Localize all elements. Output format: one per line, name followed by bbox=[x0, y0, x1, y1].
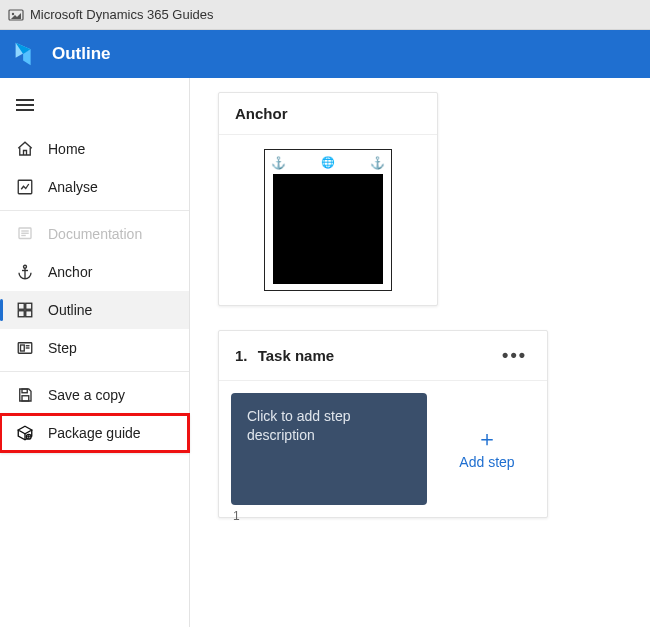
sidebar-item-documentation: Documentation bbox=[0, 215, 189, 253]
svg-rect-54 bbox=[362, 247, 372, 257]
main-content: Anchor ⚓ 🌐 ⚓ bbox=[190, 78, 650, 627]
svg-point-1 bbox=[12, 12, 14, 14]
svg-rect-15 bbox=[21, 345, 25, 351]
window-titlebar: Microsoft Dynamics 365 Guides bbox=[0, 0, 650, 30]
app-icon bbox=[8, 7, 24, 23]
home-icon bbox=[16, 140, 34, 158]
svg-rect-38 bbox=[315, 174, 325, 184]
sidebar-item-anchor[interactable]: Anchor bbox=[0, 253, 189, 291]
task-title[interactable]: 1. Task name bbox=[235, 347, 334, 364]
svg-rect-35 bbox=[304, 216, 309, 221]
svg-rect-43 bbox=[341, 216, 351, 221]
qr-code-icon bbox=[272, 174, 384, 284]
step-card[interactable]: Click to add step description 1 bbox=[231, 393, 427, 505]
svg-rect-34 bbox=[336, 205, 341, 210]
svg-rect-25 bbox=[283, 184, 299, 200]
add-step-button[interactable]: ＋ Add step bbox=[439, 393, 535, 505]
sidebar-item-label: Save a copy bbox=[48, 387, 125, 403]
svg-rect-13 bbox=[26, 311, 32, 317]
svg-rect-47 bbox=[367, 216, 377, 226]
task-card: 1. Task name ••• Click to add step descr… bbox=[218, 330, 548, 518]
svg-rect-58 bbox=[357, 268, 362, 278]
sidebar-item-label: Outline bbox=[48, 302, 92, 318]
svg-rect-52 bbox=[331, 258, 347, 268]
anchor-card[interactable]: Anchor ⚓ 🌐 ⚓ bbox=[218, 92, 438, 306]
svg-rect-49 bbox=[315, 247, 325, 257]
sidebar-item-outline[interactable]: Outline bbox=[0, 291, 189, 329]
svg-rect-51 bbox=[320, 263, 325, 273]
more-options-button[interactable]: ••• bbox=[498, 343, 531, 368]
svg-rect-59 bbox=[373, 237, 378, 242]
svg-rect-40 bbox=[315, 190, 320, 200]
svg-rect-42 bbox=[325, 221, 330, 226]
sidebar-item-label: Analyse bbox=[48, 179, 98, 195]
anchor-icon bbox=[16, 263, 34, 281]
add-step-label: Add step bbox=[459, 454, 514, 470]
svg-rect-28 bbox=[357, 184, 373, 200]
app-title: Microsoft Dynamics 365 Guides bbox=[30, 7, 214, 22]
svg-rect-45 bbox=[315, 232, 320, 242]
save-icon bbox=[16, 386, 34, 404]
anchor-preview: ⚓ 🌐 ⚓ bbox=[264, 149, 392, 291]
sidebar-item-label: Package guide bbox=[48, 425, 141, 441]
anchor-card-title: Anchor bbox=[219, 93, 437, 135]
svg-rect-19 bbox=[22, 396, 29, 401]
sidebar-item-save-a-copy[interactable]: Save a copy bbox=[0, 376, 189, 414]
svg-rect-57 bbox=[367, 263, 377, 279]
globe-mini-icon: 🌐 bbox=[321, 156, 335, 170]
sidebar-item-home[interactable]: Home bbox=[0, 130, 189, 168]
svg-rect-10 bbox=[18, 303, 24, 309]
svg-rect-31 bbox=[283, 258, 299, 274]
dynamics-logo-icon bbox=[10, 39, 40, 69]
svg-rect-55 bbox=[315, 274, 331, 279]
outline-icon bbox=[16, 301, 34, 319]
page-title: Outline bbox=[52, 44, 111, 64]
sidebar-item-label: Home bbox=[48, 141, 85, 157]
step-number: 1 bbox=[233, 509, 240, 523]
svg-point-7 bbox=[24, 265, 27, 268]
step-description-placeholder[interactable]: Click to add step description bbox=[231, 393, 427, 505]
package-icon bbox=[16, 424, 34, 442]
sidebar-item-step[interactable]: Step bbox=[0, 329, 189, 367]
svg-rect-48 bbox=[352, 237, 362, 242]
svg-rect-18 bbox=[22, 389, 27, 393]
analyse-icon bbox=[16, 178, 34, 196]
sidebar-item-label: Anchor bbox=[48, 264, 92, 280]
documentation-icon bbox=[16, 225, 34, 243]
sidebar-item-label: Step bbox=[48, 340, 77, 356]
sidebar: Home Analyse Documentation Anchor bbox=[0, 78, 190, 627]
sidebar-item-package-guide[interactable]: Package guide bbox=[0, 414, 189, 452]
svg-rect-11 bbox=[26, 303, 32, 309]
hamburger-button[interactable] bbox=[0, 88, 189, 122]
step-icon bbox=[16, 339, 34, 357]
svg-rect-61 bbox=[289, 221, 299, 226]
svg-rect-62 bbox=[278, 232, 288, 242]
sidebar-item-analyse[interactable]: Analyse bbox=[0, 168, 189, 206]
svg-rect-53 bbox=[346, 247, 356, 263]
svg-rect-44 bbox=[336, 226, 341, 236]
app-header: Outline bbox=[0, 30, 650, 78]
svg-rect-60 bbox=[273, 216, 283, 226]
sidebar-item-label: Documentation bbox=[48, 226, 142, 242]
svg-rect-37 bbox=[304, 237, 309, 242]
svg-rect-32 bbox=[315, 205, 320, 210]
plus-icon: ＋ bbox=[476, 428, 498, 450]
anchor-mini-icon: ⚓ bbox=[370, 156, 385, 170]
svg-rect-46 bbox=[346, 221, 362, 231]
svg-rect-36 bbox=[304, 226, 309, 231]
svg-rect-39 bbox=[331, 179, 341, 195]
svg-rect-63 bbox=[294, 232, 299, 242]
svg-rect-50 bbox=[331, 247, 341, 252]
svg-rect-12 bbox=[18, 311, 24, 317]
anchor-mini-icon: ⚓ bbox=[271, 156, 286, 170]
svg-rect-33 bbox=[325, 205, 330, 210]
svg-rect-56 bbox=[341, 274, 351, 279]
